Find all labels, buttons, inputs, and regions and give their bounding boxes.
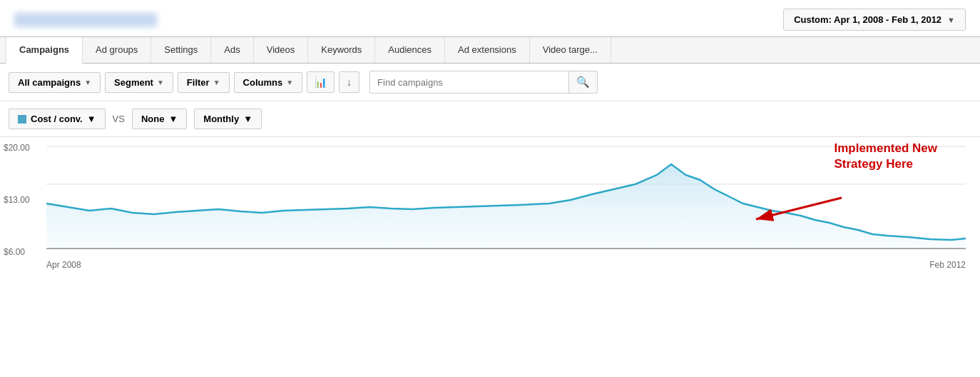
date-range-button[interactable]: Custom: Apr 1, 2008 - Feb 1, 2012 ▼ xyxy=(783,9,966,31)
y-label-bottom: $6.00 xyxy=(4,247,30,257)
period-label: Monthly xyxy=(203,114,239,124)
filter-caret-icon: ▼ xyxy=(213,79,220,86)
segment-caret-icon: ▼ xyxy=(157,79,164,86)
columns-label: Columns xyxy=(243,77,283,88)
download-button[interactable]: ↓ xyxy=(339,71,359,93)
chart-annotation: Implemented New Strategy Here xyxy=(834,141,937,172)
segment-label: Segment xyxy=(114,77,153,88)
header-title xyxy=(14,13,157,27)
chart-svg xyxy=(46,143,966,257)
tab-settings[interactable]: Settings xyxy=(151,37,211,63)
none-dropdown[interactable]: None ▼ xyxy=(132,109,187,129)
tab-keywords[interactable]: Keywords xyxy=(308,37,375,63)
tab-videos[interactable]: Videos xyxy=(254,37,309,63)
all-campaigns-label: All campaigns xyxy=(18,77,81,88)
columns-dropdown[interactable]: Columns ▼ xyxy=(234,72,303,93)
search-icon: 🔍 xyxy=(576,76,590,88)
metric-label: Cost / conv. xyxy=(31,114,83,124)
search-input[interactable] xyxy=(370,73,568,92)
metric-caret-icon: ▼ xyxy=(87,114,96,124)
period-caret-icon: ▼ xyxy=(243,114,252,124)
secondary-toolbar: Cost / conv. ▼ VS None ▼ Monthly ▼ xyxy=(0,101,980,137)
chart-container: $20.00 $13.00 $6.00 Implemented New Stra… xyxy=(0,137,980,294)
y-label-top: $20.00 xyxy=(4,143,30,153)
metric-color-indicator xyxy=(18,115,26,124)
date-range-arrow-icon: ▼ xyxy=(947,16,955,24)
tab-video-targeting[interactable]: Video targe... xyxy=(530,37,611,63)
annotation-line1: Implemented New xyxy=(834,141,937,155)
header: Custom: Apr 1, 2008 - Feb 1, 2012 ▼ xyxy=(0,0,980,36)
all-campaigns-dropdown[interactable]: All campaigns ▼ xyxy=(9,72,101,93)
search-area: 🔍 xyxy=(369,71,598,94)
tab-ads[interactable]: Ads xyxy=(211,37,253,63)
tabs-bar: Campaigns Ad groups Settings Ads Videos … xyxy=(0,36,980,64)
date-range-label: Custom: Apr 1, 2008 - Feb 1, 2012 xyxy=(794,14,941,25)
vs-label: VS xyxy=(113,114,125,124)
tab-ad-extensions[interactable]: Ad extensions xyxy=(445,37,530,63)
account-title-blurred xyxy=(14,13,157,27)
chart-view-button[interactable]: 📊 xyxy=(307,71,335,93)
toolbar: All campaigns ▼ Segment ▼ Filter ▼ Colum… xyxy=(0,64,980,101)
annotation-line2: Strategy Here xyxy=(834,157,913,171)
segment-dropdown[interactable]: Segment ▼ xyxy=(105,72,173,93)
download-icon: ↓ xyxy=(347,76,352,88)
search-button[interactable]: 🔍 xyxy=(568,71,597,93)
x-label-start: Apr 2008 xyxy=(46,260,81,270)
y-label-mid: $13.00 xyxy=(4,195,30,205)
tab-audiences[interactable]: Audiences xyxy=(375,37,445,63)
none-caret-icon: ▼ xyxy=(168,114,178,124)
metric-dropdown[interactable]: Cost / conv. ▼ xyxy=(9,109,106,129)
tab-campaigns[interactable]: Campaigns xyxy=(6,37,83,64)
chart-icon: 📊 xyxy=(315,76,327,88)
filter-label: Filter xyxy=(187,77,210,88)
period-dropdown[interactable]: Monthly ▼ xyxy=(194,109,262,129)
filter-dropdown[interactable]: Filter ▼ xyxy=(178,72,230,93)
all-campaigns-caret-icon: ▼ xyxy=(84,79,91,86)
tab-ad-groups[interactable]: Ad groups xyxy=(83,37,151,63)
none-label: None xyxy=(141,114,165,124)
columns-caret-icon: ▼ xyxy=(286,79,293,86)
x-label-end: Feb 2012 xyxy=(929,260,966,270)
